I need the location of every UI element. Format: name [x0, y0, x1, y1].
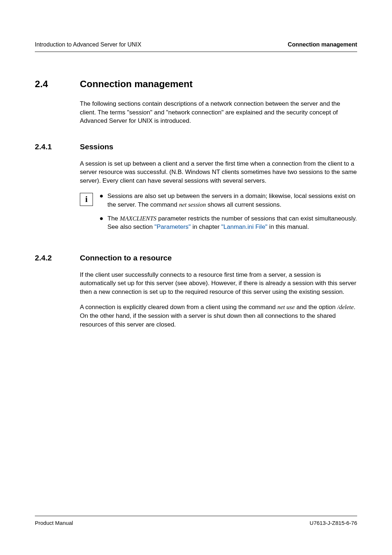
info-bullet-list: ● Sessions are also set up between the s…	[99, 192, 357, 236]
page-container: Introduction to Advanced Server for UNIX…	[0, 0, 392, 555]
section-title: Connection management	[80, 77, 193, 90]
subsection-2-para-1: If the client user successfully connects…	[80, 271, 357, 296]
header-right: Connection management	[288, 41, 357, 49]
bullet-icon: ●	[99, 192, 107, 209]
info-bullet-1: ● Sessions are also set up between the s…	[99, 192, 357, 209]
info-bullet-2-text: The MAXCLIENTS parameter restricts the n…	[107, 214, 357, 232]
link-parameters[interactable]: "Parameters"	[154, 223, 191, 230]
header-left: Introduction to Advanced Server for UNIX	[35, 41, 141, 49]
command-text: /delete	[337, 304, 354, 311]
subsection-1-number: 2.4.1	[35, 141, 80, 152]
page-footer: Product Manual U7613-J-Z815-6-76	[35, 516, 357, 527]
text-fragment: in this manual.	[268, 223, 309, 230]
text-fragment: A connection is explicitly cleared down …	[80, 304, 277, 311]
bullet-icon: ●	[99, 214, 107, 232]
footer-left: Product Manual	[35, 519, 73, 527]
subsection-2-number: 2.4.2	[35, 252, 80, 263]
command-text: net session	[179, 201, 206, 208]
section-heading: 2.4 Connection management	[35, 77, 357, 90]
info-icon-glyph: i	[85, 193, 88, 206]
info-icon: i	[80, 193, 93, 206]
footer-right: U7613-J-Z815-6-76	[310, 519, 357, 527]
info-note-block: i ● Sessions are also set up between the…	[80, 192, 357, 236]
info-bullet-2: ● The MAXCLIENTS parameter restricts the…	[99, 214, 357, 232]
subsection-2-para-2: A connection is explicitly cleared down …	[80, 303, 357, 329]
subsection-2-title: Connection to a resource	[80, 252, 172, 263]
text-fragment: in chapter	[191, 223, 221, 230]
section-intro: The following sections contain descripti…	[80, 100, 357, 125]
parameter-text: MAXCLIENTS	[120, 215, 156, 222]
page-header: Introduction to Advanced Server for UNIX…	[35, 41, 357, 52]
link-lanman-ini[interactable]: "Lanman.ini File"	[221, 223, 268, 230]
section-number: 2.4	[35, 77, 80, 90]
text-fragment: and the option	[295, 304, 337, 311]
command-text: net use	[277, 304, 295, 311]
subsection-1-para: A session is set up between a client and…	[80, 159, 357, 185]
subsection-1-heading: 2.4.1 Sessions	[35, 141, 357, 152]
info-bullet-1-text: Sessions are also set up between the ser…	[107, 192, 357, 209]
text-fragment: The	[107, 215, 120, 222]
subsection-1-title: Sessions	[80, 141, 113, 152]
subsection-2-heading: 2.4.2 Connection to a resource	[35, 252, 357, 263]
text-fragment: shows all current sessions.	[206, 201, 281, 208]
